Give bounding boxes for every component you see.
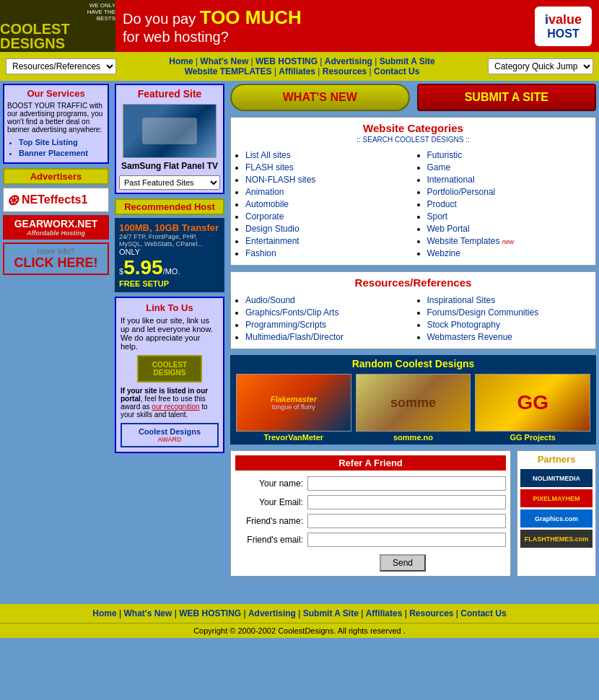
random-site-2[interactable]: somme somme.no [356, 374, 471, 442]
cat-automobile[interactable]: Automobile [245, 199, 410, 209]
ad-click-here[interactable]: more info? CLICK HERE! [3, 242, 109, 275]
cat-sport[interactable]: Sport [427, 211, 592, 222]
ad-gearworx[interactable]: GEARWORX.NET Affordable Hosting [3, 215, 109, 240]
cat-list-all[interactable]: List All sites [245, 150, 410, 160]
cat-fashion[interactable]: Fashion [245, 248, 410, 258]
footer-contact[interactable]: Contact Us [460, 608, 506, 618]
cat-international[interactable]: International [427, 175, 592, 185]
nav-website-templates[interactable]: Website TEMPLATES [185, 66, 272, 76]
click-here-link: CLICK HERE! [7, 255, 105, 271]
res-list-right: Inspirational Sites Forums/Design Commun… [417, 295, 592, 342]
cat-web-portal[interactable]: Web Portal [427, 224, 592, 234]
cat-design-studio[interactable]: Design Studio [245, 224, 410, 234]
partner-flashthemes[interactable]: FLASHTHEMES.com [520, 530, 593, 548]
button-row: WHAT'S NEW SUBMIT A SITE [230, 84, 596, 111]
footer-whats-new[interactable]: What's New [123, 608, 172, 618]
send-button[interactable]: Send [380, 554, 426, 572]
random-site-3[interactable]: GG GG Projects [475, 374, 590, 442]
nav-submit-site[interactable]: Submit A Site [380, 56, 435, 66]
whats-new-button[interactable]: WHAT'S NEW [230, 84, 410, 111]
service-top-site[interactable]: Top Site Listing [19, 138, 105, 146]
cat-portfolio[interactable]: Portfolio/Personal [427, 187, 592, 197]
nav-web-hosting[interactable]: WEB HOSTING [255, 56, 318, 66]
website-categories-box: Website Categories :: SEARCH COOLEST DES… [230, 117, 596, 266]
res-stock[interactable]: Stock Photography [427, 320, 592, 330]
link-to-us-note: If your site is listed in our portal, fe… [121, 387, 219, 419]
footer-nav: Home | What's New | WEB HOSTING | Advert… [0, 604, 599, 623]
featured-box: Featured Site SamSung Flat Panel TV Past… [115, 84, 224, 194]
res-multimedia[interactable]: Multimedia/Flash/Director [245, 332, 410, 342]
refer-input-email[interactable] [307, 495, 506, 509]
cat-nonflash[interactable]: NON-FLASH sites [245, 175, 410, 185]
past-featured-select[interactable]: Past Featured Sites [119, 175, 220, 190]
partner-nolimit[interactable]: NOLIMITMEDIA [520, 469, 593, 487]
category-jump-dropdown[interactable]: Category Quick Jump [488, 58, 593, 74]
refer-input-friend-email[interactable] [307, 533, 506, 547]
res-inspirational[interactable]: Inspirational Sites [427, 295, 592, 305]
cat-corporate[interactable]: Corporate [245, 211, 410, 222]
refer-input-name[interactable] [307, 476, 506, 491]
partner-pixelmayhem[interactable]: PIXELMAYHEM [520, 489, 593, 507]
refer-partners-row: Refer A Friend Your name: Your Email: Fr… [230, 450, 596, 577]
res-audio[interactable]: Audio/Sound [245, 295, 410, 305]
award-badge: Coolest Designs AWARD [121, 423, 219, 447]
res-webmasters[interactable]: Webmasters Revenue [427, 332, 592, 342]
cat-website-templates[interactable]: Website Templates new [427, 236, 592, 246]
host-ad[interactable]: 100MB, 10GB Transfer 24/7 FTP, FrontPage… [115, 218, 224, 292]
submit-site-button[interactable]: SUBMIT A SITE [417, 84, 597, 111]
recommended-host-section: Recommended Host 100MB, 10GB Transfer 24… [115, 198, 224, 292]
cat-game[interactable]: Game [427, 162, 592, 172]
logo-main: COOLEST DESIGNS [0, 22, 115, 51]
res-graphics[interactable]: Graphics/Fonts/Clip Arts [245, 307, 410, 318]
random-site-1[interactable]: Flakemaster tongue of flurry TrevorVanMe… [236, 374, 351, 442]
refer-row-name: Your name: [235, 476, 506, 491]
cat-futuristic[interactable]: Futuristic [427, 150, 592, 160]
left-sidebar: Our Services BOOST YOUR TRAFFIC with our… [0, 81, 112, 579]
nav-contact[interactable]: Contact Us [374, 66, 419, 76]
nav-affiliates[interactable]: Affiliates [279, 66, 315, 76]
link-to-us-text: If you like our site, link us up and let… [121, 316, 219, 351]
cat-animation[interactable]: Animation [245, 187, 410, 197]
res-forums[interactable]: Forums/Design Communities [427, 307, 592, 318]
footer-resources[interactable]: Resources [409, 608, 453, 618]
ad-neteffects[interactable]: ⊛ NETeffects1 [3, 188, 109, 212]
nav-advertising[interactable]: Advertising [325, 56, 372, 66]
random-site-name-2: somme.no [356, 433, 471, 442]
random-sites: Flakemaster tongue of flurry TrevorVanMe… [236, 374, 590, 442]
footer-web-hosting[interactable]: WEB HOSTING [179, 608, 241, 618]
blue-spacer [0, 579, 599, 601]
resources-box: Resources/References Audio/Sound Graphic… [230, 271, 596, 349]
click-here-text: more info? [7, 247, 105, 255]
cat-flash[interactable]: FLASH sites [245, 162, 410, 172]
cat-col-right: Futuristic Game International Portfolio/… [417, 148, 592, 261]
cat-product[interactable]: Product [427, 199, 592, 209]
services-list: Top Site Listing Banner Placement [7, 138, 105, 157]
partner-graphics[interactable]: Graphics.com [520, 509, 593, 528]
random-site-img-2: somme [356, 374, 471, 432]
recommended-title: Recommended Host [115, 198, 224, 215]
cat-list-left: List All sites FLASH sites NON-FLASH sit… [235, 150, 410, 258]
free-setup: FREE SETUP [119, 279, 220, 288]
random-box: Random Coolest Designs Flakemaster tongu… [230, 355, 596, 445]
res-programming[interactable]: Programming/Scripts [245, 320, 410, 330]
nav-resources[interactable]: Resources [323, 66, 367, 76]
footer-home[interactable]: Home [92, 608, 116, 618]
refer-input-friend-name[interactable] [307, 514, 506, 528]
footer-affiliates[interactable]: Affiliates [366, 608, 403, 618]
award-main-text: Coolest Designs [125, 427, 214, 436]
resources-dropdown[interactable]: Resources/References [6, 58, 116, 74]
nav-whats-new[interactable]: What's New [200, 56, 248, 66]
footer-advertising[interactable]: Advertising [248, 608, 296, 618]
award-link[interactable]: our recognition [152, 403, 199, 411]
cat-webzine[interactable]: Webzine [427, 248, 592, 258]
footer-submit-site[interactable]: Submit A Site [303, 608, 359, 618]
services-desc: BOOST YOUR TRAFFIC with our advertising … [7, 102, 105, 134]
service-banner[interactable]: Banner Placement [19, 149, 105, 157]
advertisers-title: Advertisers [3, 168, 109, 185]
advertisers-section: Advertisers ⊛ NETeffects1 GEARWORX.NET A… [3, 168, 109, 275]
featured-site-image[interactable] [123, 104, 217, 158]
cat-entertainment[interactable]: Entertainment [245, 236, 410, 246]
ivalue-box: ivalue HOST [535, 6, 592, 46]
resources-grid: Audio/Sound Graphics/Fonts/Clip Arts Pro… [235, 293, 591, 344]
nav-home[interactable]: Home [169, 56, 193, 66]
